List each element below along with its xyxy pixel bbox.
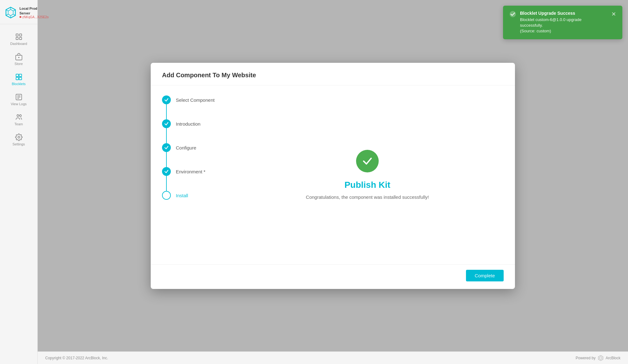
complete-button[interactable]: Complete bbox=[466, 270, 504, 281]
toast-content: Blocklet Upgrade Success Blocklet custom… bbox=[520, 11, 605, 34]
sidebar-item-blocklets[interactable]: Blocklets bbox=[0, 69, 37, 90]
store-label: Store bbox=[14, 62, 23, 66]
modal-dialog: Add Component To My Website Sele bbox=[151, 63, 515, 289]
sidebar: Local Prod Server zNKqGA...X2SE2o Dashbo… bbox=[0, 0, 38, 364]
check-icon bbox=[164, 169, 169, 174]
step-label-environment: Environment * bbox=[176, 167, 205, 175]
modal-header: Add Component To My Website bbox=[151, 63, 515, 85]
svg-point-24 bbox=[19, 115, 21, 117]
server-info: Local Prod Server zNKqGA...X2SE2o bbox=[0, 3, 37, 24]
step-label-select-component: Select Component bbox=[176, 95, 214, 103]
step-select-component: Select Component bbox=[162, 95, 231, 119]
svg-rect-15 bbox=[16, 74, 19, 77]
settings-icon bbox=[15, 133, 23, 141]
settings-label: Settings bbox=[13, 142, 25, 146]
stepper: Select Component Introduction bbox=[162, 93, 231, 257]
arcblock-footer-logo-icon bbox=[598, 355, 604, 361]
modal-title: Add Component To My Website bbox=[162, 72, 504, 79]
powered-by-label: Powered by bbox=[576, 356, 595, 360]
dashboard-label: Dashboard bbox=[10, 42, 27, 46]
sidebar-item-settings[interactable]: Settings bbox=[0, 130, 37, 150]
svg-point-23 bbox=[17, 115, 19, 117]
step-circle-select-component bbox=[162, 95, 171, 104]
team-icon bbox=[15, 113, 23, 121]
step-circle-environment bbox=[162, 167, 171, 176]
svg-marker-28 bbox=[599, 356, 602, 359]
success-message: Congratulations, the component was insta… bbox=[306, 194, 429, 200]
team-label: Team bbox=[14, 122, 23, 126]
toast-close-button[interactable]: ✕ bbox=[611, 11, 616, 18]
toast-body: Blocklet custom-6@1.0.0 upgrade successf… bbox=[520, 17, 605, 34]
step-install: Install bbox=[162, 191, 231, 200]
svg-rect-8 bbox=[16, 34, 18, 36]
step-label-configure: Configure bbox=[176, 143, 196, 151]
store-icon bbox=[15, 53, 23, 61]
server-name: Local Prod Server bbox=[19, 6, 49, 15]
view-logs-icon bbox=[15, 93, 23, 101]
sidebar-item-view-logs[interactable]: View Logs bbox=[0, 90, 37, 110]
step-circle-configure bbox=[162, 143, 171, 152]
main-content: Add Component To My Website Sele bbox=[38, 0, 628, 364]
blocklets-label: Blocklets bbox=[12, 82, 25, 86]
svg-rect-17 bbox=[16, 77, 19, 80]
modal-footer: Complete bbox=[151, 264, 515, 289]
arcblock-brand: ArcBlock bbox=[606, 356, 620, 360]
svg-rect-18 bbox=[19, 77, 22, 80]
step-environment: Environment * bbox=[162, 167, 231, 191]
arcblock-logo-icon bbox=[4, 6, 17, 19]
step-circle-introduction bbox=[162, 119, 171, 128]
copyright-text: Copyright © 2017-2022 ArcBlock, Inc. bbox=[45, 356, 108, 360]
modal-body: Select Component Introduction bbox=[151, 85, 515, 264]
success-title: Publish Kit bbox=[344, 180, 390, 190]
blocklets-icon bbox=[15, 73, 23, 81]
sidebar-item-store[interactable]: Store bbox=[0, 49, 37, 69]
success-checkmark-icon bbox=[362, 155, 373, 167]
check-icon bbox=[164, 145, 169, 150]
svg-marker-1 bbox=[8, 9, 13, 16]
svg-rect-11 bbox=[19, 37, 22, 40]
server-id: zNKqGA...X2SE2o bbox=[19, 15, 49, 19]
toast-title: Blocklet Upgrade Success bbox=[520, 11, 605, 16]
step-configure: Configure bbox=[162, 143, 231, 167]
footer-bar: Copyright © 2017-2022 ArcBlock, Inc. Pow… bbox=[38, 351, 628, 364]
success-icon-wrapper bbox=[356, 150, 379, 172]
install-success-area: Publish Kit Congratulations, the compone… bbox=[231, 93, 504, 257]
step-circle-install bbox=[162, 191, 171, 200]
sidebar-item-dashboard[interactable]: Dashboard bbox=[0, 29, 37, 49]
footer-right: Powered by ArcBlock bbox=[576, 355, 620, 361]
toast-success-icon bbox=[509, 11, 516, 18]
svg-rect-9 bbox=[19, 34, 22, 36]
dashboard-icon bbox=[15, 33, 23, 41]
svg-rect-16 bbox=[19, 74, 22, 77]
check-icon bbox=[164, 97, 169, 102]
step-label-install: Install bbox=[176, 191, 188, 199]
toast-notification: Blocklet Upgrade Success Blocklet custom… bbox=[503, 6, 622, 39]
svg-marker-27 bbox=[598, 355, 603, 361]
step-label-introduction: Introduction bbox=[176, 119, 200, 127]
sidebar-item-team[interactable]: Team bbox=[0, 110, 37, 130]
svg-rect-10 bbox=[16, 37, 18, 40]
step-introduction: Introduction bbox=[162, 119, 231, 143]
svg-point-25 bbox=[18, 136, 20, 138]
view-logs-label: View Logs bbox=[11, 102, 27, 106]
check-icon bbox=[164, 121, 169, 126]
sidebar-nav: Dashboard Store Blocklets bbox=[0, 27, 37, 150]
